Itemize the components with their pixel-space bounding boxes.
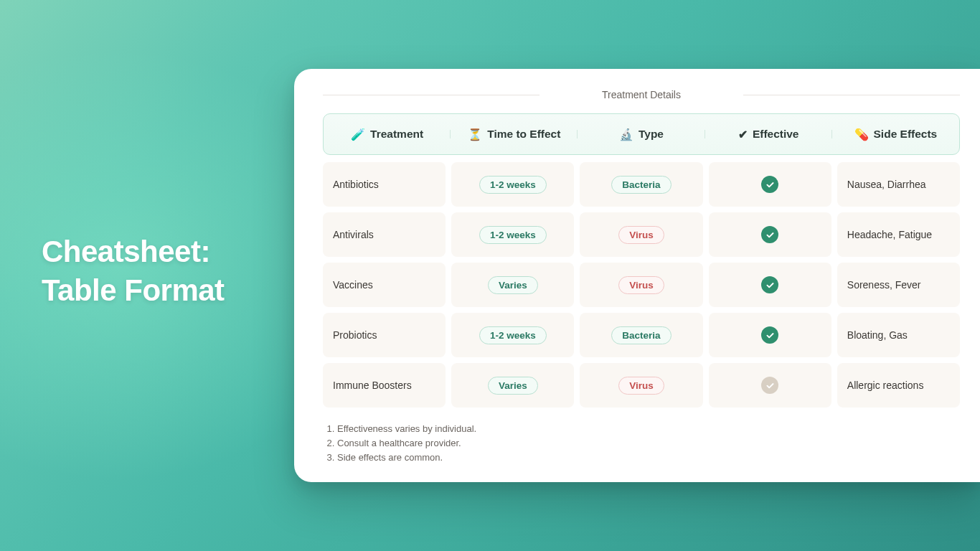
side-effects-text: Nausea, Diarrhea <box>847 179 926 190</box>
side-effects-text: Soreness, Fever <box>847 279 921 291</box>
col-header-effective: ✔ Effective <box>705 128 832 141</box>
cell-effective <box>709 162 831 207</box>
hero-title: Cheatsheet: Table Format <box>42 232 225 310</box>
cell-effective <box>709 263 831 307</box>
col-header-type: 🔬 Type <box>578 128 705 141</box>
footnote-item: Consult a healthcare provider. <box>337 436 960 451</box>
cell-effective <box>709 212 831 257</box>
cell-treatment: Immune Boosters <box>323 363 446 408</box>
table-row: Antivirals1-2 weeksVirusHeadache, Fatigu… <box>323 212 960 257</box>
check-circle-icon <box>761 326 778 344</box>
type-pill: Virus <box>618 226 664 244</box>
type-pill: Virus <box>618 377 664 395</box>
cell-side-effects: Nausea, Diarrhea <box>837 162 960 207</box>
cell-treatment: Probiotics <box>323 313 446 357</box>
table-row: Antibiotics1-2 weeksBacteriaNausea, Diar… <box>323 162 960 207</box>
check-circle-icon <box>761 176 778 193</box>
check-circle-off-icon <box>761 377 778 394</box>
cell-time: Varies <box>451 263 574 307</box>
time-pill: 1-2 weeks <box>479 226 547 244</box>
table-row: Probiotics1-2 weeksBacteriaBloating, Gas <box>323 313 960 357</box>
cell-treatment: Antivirals <box>323 212 446 257</box>
col-header-label: Side Effects <box>874 128 938 141</box>
cell-side-effects: Allergic reactions <box>837 363 960 408</box>
col-header-time: ⏳ Time to Effect <box>451 128 578 141</box>
footnotes: Effectiveness varies by individual.Consu… <box>323 422 960 465</box>
type-pill: Bacteria <box>611 326 671 344</box>
treatment-name: Antivirals <box>333 229 374 240</box>
microscope-icon: 🔬 <box>619 128 633 141</box>
cell-effective <box>709 363 831 408</box>
cell-type: Bacteria <box>580 162 702 207</box>
treatment-name: Antibiotics <box>333 179 379 190</box>
side-effects-text: Bloating, Gas <box>847 329 908 341</box>
table-body: Antibiotics1-2 weeksBacteriaNausea, Diar… <box>323 162 960 408</box>
treatment-name: Immune Boosters <box>333 380 412 391</box>
col-header-treatment: 🧪 Treatment <box>324 128 451 141</box>
cell-treatment: Vaccines <box>323 263 446 307</box>
col-header-label: Time to Effect <box>487 128 560 141</box>
hourglass-icon: ⏳ <box>468 128 482 141</box>
type-pill: Virus <box>618 276 664 294</box>
side-effects-text: Headache, Fatigue <box>847 229 932 240</box>
check-circle-icon <box>761 276 778 293</box>
footnote-item: Side effects are common. <box>337 451 960 465</box>
panel-title: Treatment Details <box>323 89 960 100</box>
time-pill: 1-2 weeks <box>479 326 547 344</box>
pill-icon: 💊 <box>854 128 869 141</box>
cell-effective <box>709 313 831 357</box>
check-circle-icon <box>761 226 778 243</box>
time-pill: Varies <box>488 377 538 395</box>
cell-side-effects: Soreness, Fever <box>837 263 960 307</box>
cell-time: 1-2 weeks <box>451 313 574 357</box>
cell-type: Bacteria <box>580 313 702 357</box>
col-header-label: Type <box>639 128 664 141</box>
table-header-row: 🧪 Treatment ⏳ Time to Effect 🔬 Type ✔ Ef… <box>323 113 960 155</box>
cell-side-effects: Headache, Fatigue <box>837 212 960 257</box>
type-pill: Bacteria <box>611 176 671 194</box>
table-row: Immune BoostersVariesVirusAllergic react… <box>323 363 960 408</box>
cell-type: Virus <box>580 212 702 257</box>
hero-line-1: Cheatsheet: <box>42 232 225 271</box>
cell-time: 1-2 weeks <box>451 212 574 257</box>
cell-type: Virus <box>580 263 702 307</box>
footnote-item: Effectiveness varies by individual. <box>337 422 960 436</box>
treatment-name: Probiotics <box>333 329 377 341</box>
col-header-label: Effective <box>753 128 799 141</box>
treatment-name: Vaccines <box>333 279 373 291</box>
col-header-side-effects: 💊 Side Effects <box>832 128 959 141</box>
hero-line-2: Table Format <box>42 271 225 310</box>
col-header-label: Treatment <box>370 128 423 141</box>
cell-time: 1-2 weeks <box>451 162 574 207</box>
time-pill: 1-2 weeks <box>479 176 547 194</box>
time-pill: Varies <box>488 276 538 294</box>
check-icon: ✔ <box>738 128 748 141</box>
table-row: VaccinesVariesVirusSoreness, Fever <box>323 263 960 307</box>
cell-treatment: Antibiotics <box>323 162 446 207</box>
table-card: Treatment Details 🧪 Treatment ⏳ Time to … <box>294 69 980 482</box>
side-effects-text: Allergic reactions <box>847 380 924 391</box>
cell-type: Virus <box>580 363 702 408</box>
test-tube-icon: 🧪 <box>351 128 365 141</box>
cell-side-effects: Bloating, Gas <box>837 313 960 357</box>
cell-time: Varies <box>451 363 574 408</box>
